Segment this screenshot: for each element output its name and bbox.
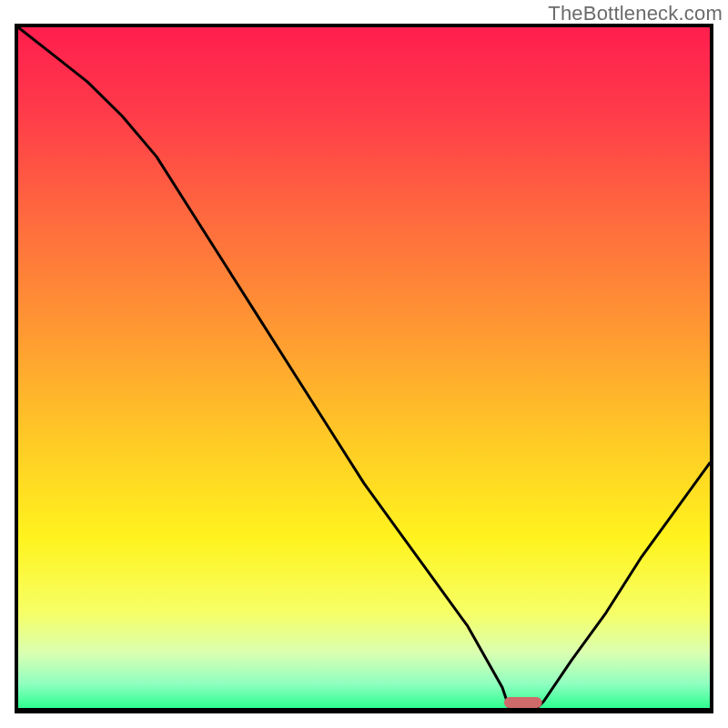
plot-frame: [15, 24, 713, 713]
chart-stage: TheBottleneck.com: [0, 0, 728, 728]
optimal-marker: [504, 697, 542, 708]
watermark-text: TheBottleneck.com: [548, 2, 723, 25]
plot-background: [18, 27, 710, 708]
plot-svg: [18, 27, 710, 708]
